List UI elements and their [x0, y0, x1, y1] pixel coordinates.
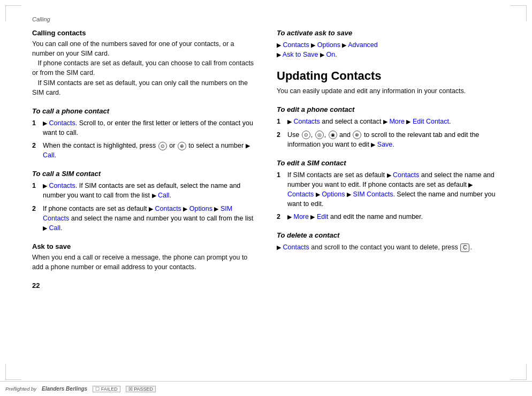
arrow-icon: ▶ — [387, 172, 391, 178]
step-number: 2 — [277, 130, 284, 140]
edit-sim-contact-block: To edit a SIM contact 1 If SIM contacts … — [277, 159, 500, 222]
updating-contacts-heading: Updating Contacts — [277, 69, 500, 83]
step-item: 1 If SIM contacts are set as default ▶ C… — [277, 170, 500, 209]
activate-ask-to-save-steps: ▶ Contacts ▶ Options ▶ Advanced ▶ Ask to… — [277, 40, 500, 59]
step-number: 2 — [277, 212, 284, 222]
save-link: Save — [377, 141, 393, 148]
ask-to-save-link: Ask to Save — [283, 51, 318, 58]
arrow-icon: ▶ — [406, 118, 411, 125]
nav-icon: ⊕ — [178, 142, 186, 150]
step-number: 2 — [32, 204, 40, 214]
options-link: Options — [322, 191, 345, 198]
step-content: ▶ Contacts and select a contact ▶ More ▶… — [287, 117, 500, 126]
delete-contact-block: To delete a contact ▶ Contacts and scrol… — [277, 231, 500, 252]
arrow-icon: ▶ — [383, 118, 387, 125]
step-number: 2 — [32, 141, 40, 150]
calling-contacts-block: Calling contacts You can call one of the… — [32, 29, 255, 97]
advanced-link: Advanced — [348, 41, 378, 49]
delete-contact-title: To delete a contact — [277, 231, 500, 239]
passed-badge: ☒ PASSED — [126, 386, 156, 392]
arrow-icon: ▶ — [183, 205, 187, 212]
left-column: Calling contacts You can call one of the… — [32, 29, 255, 370]
options-link: Options — [189, 205, 212, 212]
arrow-icon: ▶ — [277, 42, 281, 48]
arrow-icon: ▶ — [43, 120, 47, 126]
step-content: ▶ Contacts. Scroll to, or enter the firs… — [43, 118, 255, 138]
ask-to-save-block: Ask to save When you end a call or recei… — [32, 242, 255, 272]
call-sim-contact-block: To call a SIM contact 1 ▶ Contacts. If S… — [32, 170, 255, 233]
call-sim-contact-steps: 1 ▶ Contacts. If SIM contacts are set as… — [32, 181, 255, 233]
elanders-logo: Elanders Berlings — [42, 386, 87, 392]
step-content: ▶ More ▶ Edit and edit the name and numb… — [287, 212, 500, 222]
more-link: More — [293, 213, 308, 220]
bottom-bar: Preflighted by Elanders Berlings ☐ FAILE… — [0, 381, 532, 396]
options-link: Options — [317, 41, 340, 49]
updating-contacts-body: You can easily update and edit any infor… — [277, 86, 500, 96]
nav-icon: ⊙ — [302, 131, 310, 139]
contacts-link: Contacts — [287, 191, 314, 198]
nav-icon: ◎ — [315, 131, 324, 139]
arrow-icon: ▶ — [152, 192, 156, 199]
arrow-icon: ▶ — [320, 51, 324, 58]
step-content: If SIM contacts are set as default ▶ Con… — [287, 170, 500, 209]
on-link: On — [326, 51, 335, 58]
updating-contacts-block: Updating Contacts You can easily update … — [277, 69, 500, 96]
edit-phone-contact-title: To edit a phone contact — [277, 105, 500, 113]
page-number: 22 — [32, 281, 255, 290]
arrow-icon: ▶ — [287, 214, 292, 220]
arrow-icon: ▶ — [316, 191, 320, 197]
contacts-link: Contacts — [155, 205, 181, 212]
arrow-icon: ▶ — [277, 244, 281, 250]
calling-contacts-title: Calling contacts — [32, 29, 255, 37]
step-number: 1 — [32, 181, 40, 191]
calling-contacts-body: You can call one of the numbers saved fo… — [32, 39, 255, 97]
step-item: 2 If phone contacts are set as default ▶… — [32, 204, 255, 233]
contacts-link: Contacts — [49, 119, 75, 127]
right-column: To activate ask to save ▶ Contacts ▶ Opt… — [277, 29, 500, 370]
ask-to-save-title: Ask to save — [32, 242, 255, 250]
edit-link: Edit — [317, 213, 329, 220]
page: Calling Calling contacts You can call on… — [0, 0, 532, 396]
step-content: ▶ Contacts. If SIM contacts are set as d… — [43, 181, 255, 200]
contacts-link: Contacts — [283, 243, 309, 251]
arrow-icon: ▶ — [214, 205, 218, 212]
step-item: 2 ▶ More ▶ Edit and edit the name and nu… — [277, 212, 500, 222]
arrow-icon: ▶ — [311, 42, 315, 48]
arrow-icon: ▶ — [149, 205, 153, 212]
contacts-link: Contacts — [293, 118, 320, 125]
delete-contact-body: ▶ Contacts and scroll to the contact you… — [277, 242, 500, 252]
arrow-icon: ▶ — [310, 214, 315, 220]
failed-badge: ☐ FAILED — [93, 386, 120, 392]
more-link: More — [389, 118, 404, 125]
arrow-icon: ▶ — [246, 142, 250, 149]
call-link: Call — [158, 192, 170, 199]
step-number: 1 — [277, 117, 284, 126]
contacts-link: Contacts — [393, 171, 419, 179]
step-number: 1 — [32, 118, 40, 128]
edit-phone-contact-block: To edit a phone contact 1 ▶ Contacts and… — [277, 105, 500, 149]
edit-contact-link: Edit Contact — [413, 118, 449, 125]
sim-contacts-link: SIM Contacts — [353, 191, 393, 198]
call-phone-contact-title: To call a phone contact — [32, 107, 255, 115]
call-link: Call — [43, 151, 55, 159]
step-number: 1 — [277, 170, 284, 180]
call-phone-contact-block: To call a phone contact 1 ▶ Contacts. Sc… — [32, 107, 255, 161]
activate-ask-to-save-block: To activate ask to save ▶ Contacts ▶ Opt… — [277, 29, 500, 59]
nav-icon: ◉ — [329, 131, 337, 139]
arrow-icon: ▶ — [43, 225, 47, 231]
arrow-icon: ▶ — [342, 42, 346, 48]
section-label: Calling — [32, 16, 500, 22]
step-content: If phone contacts are set as default ▶ C… — [43, 204, 255, 233]
arrow-icon: ▶ — [468, 181, 473, 188]
arrow-icon: ▶ — [371, 141, 375, 148]
step-item: 1 ▶ Contacts. Scroll to, or enter the fi… — [32, 118, 255, 138]
step-content: Use ⊙, ◎, ◉ and ⊕ to scroll to the relev… — [287, 130, 500, 149]
c-key-icon: C — [460, 243, 469, 253]
edit-sim-contact-title: To edit a SIM contact — [277, 159, 500, 167]
call-phone-contact-steps: 1 ▶ Contacts. Scroll to, or enter the fi… — [32, 118, 255, 161]
call-link: Call — [49, 224, 60, 232]
contacts-link: Contacts — [49, 182, 75, 189]
two-column-layout: Calling contacts You can call one of the… — [32, 29, 500, 370]
nav-icon: ⊕ — [353, 131, 361, 139]
preflight-text: Preflighted by — [5, 386, 36, 392]
